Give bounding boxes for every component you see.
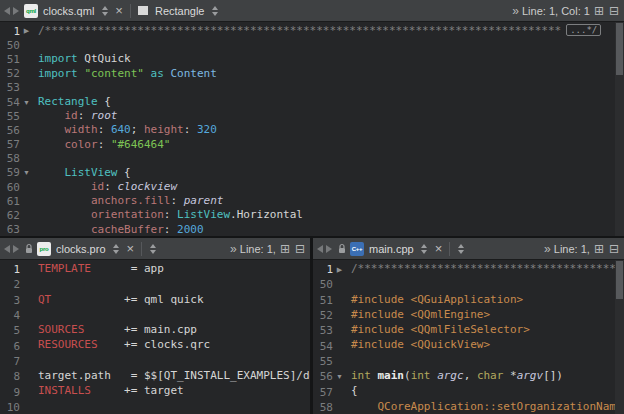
overflow-chevron-icon[interactable]: » <box>544 242 551 256</box>
open-document-name[interactable]: clocks.pro <box>54 243 108 255</box>
token-qtype: Content <box>170 67 216 80</box>
token-plain: : <box>104 180 117 193</box>
code-line[interactable]: id: root <box>38 109 624 123</box>
document-dropdown-icon[interactable] <box>99 6 110 16</box>
code-line[interactable]: orientation: ListView.Horizontal <box>38 208 624 222</box>
code-line[interactable] <box>38 354 310 369</box>
code-line[interactable]: #include <QQmlFileSelector> <box>351 323 624 338</box>
code-editor-pro[interactable]: 12345678910 TEMPLATE = appQT += qml quic… <box>0 260 310 414</box>
vertical-scrollbar[interactable] <box>615 22 624 236</box>
line-number: 1 <box>0 263 20 276</box>
code-line[interactable] <box>38 400 310 414</box>
scrollbar-thumb[interactable] <box>616 261 623 299</box>
editor-toolbar-bottom-left: pro clocks.pro × » Line: 1, ⊞ ⊟ <box>0 238 310 260</box>
split-icon[interactable]: ⊞ <box>593 5 605 17</box>
code-line[interactable]: width: 640; height: 320 <box>38 123 624 137</box>
code-line[interactable] <box>38 308 310 323</box>
code-line[interactable]: cacheBuffer: 2000 <box>38 223 624 236</box>
fold-marker-icon[interactable]: ▶ <box>333 266 346 274</box>
back-icon[interactable] <box>4 7 10 15</box>
fold-marker-icon[interactable]: ▼ <box>20 99 33 106</box>
code-line[interactable]: #include <QQmlEngine> <box>351 308 624 323</box>
code-area[interactable]: /***************************************… <box>34 22 624 236</box>
line-number: 55 <box>313 355 333 368</box>
forward-icon[interactable] <box>326 245 332 253</box>
code-line[interactable]: RESOURCES += clocks.qrc <box>38 338 310 353</box>
symbol-dropdown-icon[interactable] <box>147 244 158 254</box>
close-split-icon[interactable]: ⊟ <box>294 243 306 255</box>
code-line[interactable]: id: clockview <box>38 180 624 194</box>
token-prop: anchors.fill <box>91 194 170 207</box>
line-number: 54 <box>0 96 20 109</box>
close-document-icon[interactable]: × <box>433 242 445 255</box>
code-line[interactable]: { <box>351 384 624 399</box>
code-line[interactable]: color: "#646464" <box>38 138 624 152</box>
fold-marker-icon[interactable]: ▼ <box>20 169 33 176</box>
overflow-chevron-icon[interactable]: » <box>512 4 519 18</box>
collapsed-fold-box[interactable]: ...*/ <box>566 24 601 36</box>
line-number: 2 <box>0 278 20 291</box>
gutter-row: 56▼ <box>313 369 347 384</box>
code-line[interactable]: ListView { <box>38 166 624 180</box>
vertical-scrollbar[interactable] <box>615 260 624 414</box>
symbol-selector[interactable]: Rectangle <box>153 5 207 17</box>
close-split-icon[interactable]: ⊟ <box>608 5 620 17</box>
gutter-row: 60 <box>0 180 34 194</box>
token-plain <box>38 166 65 179</box>
code-line[interactable]: /***************************************… <box>351 262 624 277</box>
code-line[interactable]: INSTALLS += target <box>38 384 310 399</box>
code-line[interactable]: #include <QQuickView> <box>351 338 624 353</box>
document-dropdown-icon[interactable] <box>419 244 430 254</box>
code-editor-qml[interactable]: 1▶5051525354▼5556575859▼60616263 /******… <box>0 22 624 236</box>
code-line[interactable]: #include <QGuiApplication> <box>351 293 624 308</box>
code-line[interactable]: SOURCES += main.cpp <box>38 323 310 338</box>
back-icon[interactable] <box>317 245 323 253</box>
scrollbar-thumb[interactable] <box>616 23 623 75</box>
fold-marker-icon[interactable]: ▼ <box>333 373 346 380</box>
code-line[interactable] <box>38 38 624 52</box>
token-kw: import <box>38 67 78 80</box>
code-area[interactable]: TEMPLATE = appQT += qml quickSOURCES += … <box>34 260 310 414</box>
code-line[interactable]: import QtQuick <box>38 52 624 66</box>
code-line[interactable]: anchors.fill: parent <box>38 194 624 208</box>
code-line[interactable]: int main(int argc, char *argv[]) <box>351 369 624 384</box>
back-icon[interactable] <box>4 245 10 253</box>
code-editor-cpp[interactable]: 1▶50515253545556▼5758 /*****************… <box>313 260 624 414</box>
code-area[interactable]: /***************************************… <box>347 260 624 414</box>
symbol-dropdown-icon[interactable] <box>209 6 220 16</box>
forward-icon[interactable] <box>13 7 19 15</box>
token-prop: id <box>91 180 104 193</box>
code-line[interactable]: QCoreApplication::setOrganizationNam <box>351 400 624 414</box>
symbol-dropdown-icon[interactable] <box>455 244 466 254</box>
overflow-chevron-icon[interactable]: » <box>230 242 237 256</box>
close-document-icon[interactable]: × <box>113 4 125 17</box>
code-line[interactable] <box>38 81 624 95</box>
line-number: 61 <box>0 195 20 208</box>
forward-icon[interactable] <box>13 245 19 253</box>
close-split-icon[interactable]: ⊟ <box>608 243 620 255</box>
open-document-name[interactable]: main.cpp <box>367 243 416 255</box>
fold-marker-icon[interactable]: ▶ <box>20 27 33 35</box>
token-type: ListView <box>177 208 230 221</box>
token-num: 640 <box>111 123 131 136</box>
open-document-name[interactable]: clocks.qml <box>41 5 96 17</box>
document-dropdown-icon[interactable] <box>111 244 122 254</box>
code-line[interactable] <box>38 277 310 292</box>
code-line[interactable]: Rectangle { <box>38 95 624 109</box>
code-line[interactable]: import "content" as Content <box>38 67 624 81</box>
code-line[interactable] <box>351 354 624 369</box>
code-line[interactable]: TEMPLATE = app <box>38 262 310 277</box>
code-line[interactable] <box>351 277 624 292</box>
token-pp: #include <QGuiApplication> <box>351 293 523 306</box>
token-plain: * <box>503 369 516 382</box>
code-line[interactable]: target.path = $$[QT_INSTALL_EXAMPLES]/de… <box>38 369 310 384</box>
line-number: 50 <box>313 278 333 291</box>
code-line[interactable] <box>38 152 624 166</box>
line-number: 56 <box>313 370 333 383</box>
code-line[interactable]: QT += qml quick <box>38 293 310 308</box>
line-number: 57 <box>0 138 20 151</box>
code-line[interactable]: /***************************************… <box>38 24 624 38</box>
close-document-icon[interactable]: × <box>125 242 137 255</box>
split-icon[interactable]: ⊞ <box>593 243 605 255</box>
split-icon[interactable]: ⊞ <box>279 243 291 255</box>
